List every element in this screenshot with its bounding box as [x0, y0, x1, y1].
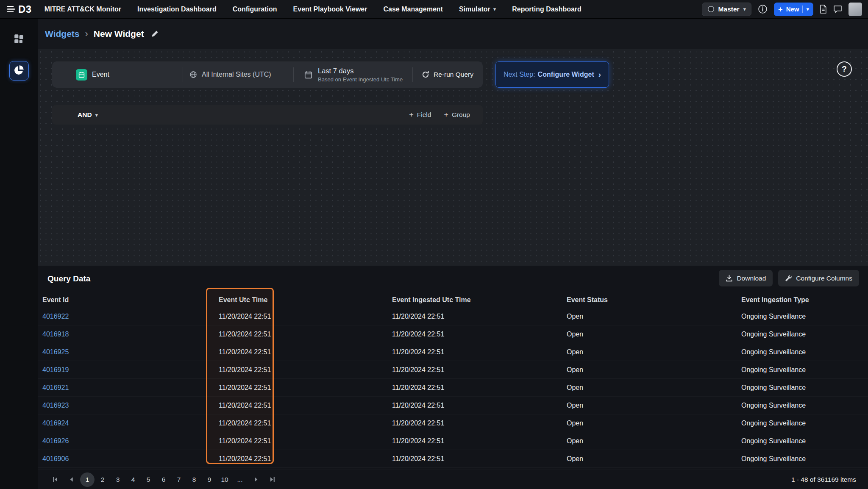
sidebar-item-widgets[interactable] [9, 61, 29, 81]
event-ingested-utc-time-cell: 11/20/2024 22:51 [392, 402, 567, 409]
event-status-cell: Open [567, 366, 741, 374]
main-content: Widgets › New Widget Event All Internal … [38, 19, 868, 489]
page-button-6[interactable]: 6 [156, 472, 171, 487]
page-button-5[interactable]: 5 [141, 472, 156, 487]
column-header-event-ingested-utc-time: Event Ingested Utc Time [392, 296, 567, 304]
event-ingestion-type-cell: Ongoing Surveillance [741, 455, 868, 463]
filter-operator-dropdown[interactable]: AND ▾ [78, 111, 98, 119]
event-id-link[interactable]: 4016924 [42, 420, 69, 427]
event-id-link[interactable]: 4016906 [42, 455, 69, 462]
configure-columns-button[interactable]: Configure Columns [778, 270, 859, 286]
help-button[interactable]: ? [837, 61, 852, 77]
first-page-button[interactable] [48, 472, 62, 487]
page-button-4[interactable]: 4 [126, 472, 140, 487]
page-button-9[interactable]: 9 [202, 472, 217, 487]
event-id-cell: 4016921 [42, 384, 219, 392]
table-header: Event Id Event Utc Time Event Ingested U… [38, 292, 868, 308]
event-utc-time-cell: 11/20/2024 22:51 [219, 331, 392, 338]
event-id-link[interactable]: 4016925 [42, 348, 69, 356]
rerun-query-button[interactable]: Re-run Query [412, 61, 483, 88]
event-id-link[interactable]: 4016919 [42, 366, 69, 373]
info-icon[interactable] [758, 4, 768, 14]
document-icon[interactable] [820, 5, 827, 14]
new-label: New [786, 6, 799, 13]
topnav-right: Master ▾ + New ▾ [702, 3, 862, 16]
event-status-cell: Open [567, 437, 741, 445]
previous-page-button[interactable] [64, 472, 78, 487]
query-datasource[interactable]: Event [52, 61, 183, 88]
page-button-8[interactable]: 8 [187, 472, 201, 487]
event-id-cell: 4016924 [42, 420, 219, 427]
chevron-right-icon: › [598, 70, 601, 79]
dashboard-grid-icon [14, 34, 24, 45]
event-ingestion-type-cell: Ongoing Surveillance [741, 348, 868, 356]
page-button-7[interactable]: 7 [172, 472, 186, 487]
event-ingested-utc-time-cell: 11/20/2024 22:51 [392, 313, 567, 320]
download-button[interactable]: Download [719, 270, 773, 286]
add-group-button[interactable]: + Group [444, 111, 470, 119]
event-id-link[interactable]: 4016918 [42, 331, 69, 338]
event-id-cell: 4016925 [42, 348, 219, 356]
master-dropdown[interactable]: Master ▾ [702, 3, 752, 16]
query-sites[interactable]: All Internal Sites (UTC) [183, 61, 293, 88]
topnav-item[interactable]: MITRE ATT&CK Monitor [45, 6, 121, 13]
pagination: 12345678910... 1 - 48 of 361169 items [38, 470, 868, 489]
topnav-item-label: Event Playbook Viewer [293, 6, 367, 13]
section-title: Query Data [47, 274, 90, 283]
last-page-button[interactable] [265, 472, 279, 487]
query-date-range[interactable]: Last 7 days Based on Event Ingested Utc … [293, 61, 412, 88]
event-id-link[interactable]: 4016926 [42, 437, 69, 445]
page-button-1[interactable]: 1 [80, 472, 95, 487]
query-data-section: Query Data Download Configure Columns Ev… [38, 266, 868, 489]
event-id-cell: 4016919 [42, 366, 219, 374]
operator-label: AND [78, 111, 92, 119]
event-id-link[interactable]: 4016921 [42, 384, 69, 391]
event-id-link[interactable]: 4016922 [42, 313, 69, 320]
topnav-item[interactable]: Event Playbook Viewer [293, 6, 367, 13]
topnav-item[interactable]: Simulator▾ [459, 6, 496, 13]
refresh-icon [422, 71, 429, 78]
page-button-10[interactable]: 10 [217, 472, 232, 487]
event-status-cell: Open [567, 348, 741, 356]
breadcrumb-widgets-link[interactable]: Widgets [45, 29, 79, 39]
add-group-label: Group [452, 111, 470, 119]
event-ingested-utc-time-cell: 11/20/2024 22:51 [392, 331, 567, 338]
event-id-cell: 4016918 [42, 331, 219, 338]
chevron-down-icon[interactable]: ▾ [806, 6, 809, 12]
page-button-2[interactable]: 2 [95, 472, 110, 487]
event-ingested-utc-time-cell: 11/20/2024 22:51 [392, 348, 567, 356]
event-status-cell: Open [567, 313, 741, 320]
event-ingestion-type-cell: Ongoing Surveillance [741, 437, 868, 445]
next-step-configure-widget-button[interactable]: Next Step: Configure Widget › [495, 61, 609, 88]
topnav-item[interactable]: Investigation Dashboard [137, 6, 217, 13]
page-ellipsis[interactable]: ... [233, 472, 247, 487]
topnav-item[interactable]: Reporting Dashboard [512, 6, 581, 13]
topnav-item-label: Configuration [233, 6, 277, 13]
add-field-button[interactable]: + Field [409, 111, 431, 119]
event-utc-time-cell: 11/20/2024 22:51 [219, 455, 392, 463]
topnav-item[interactable]: Case Management [383, 6, 443, 13]
event-utc-time-cell: 11/20/2024 22:51 [219, 313, 392, 320]
next-page-button[interactable] [249, 472, 263, 487]
event-id-link[interactable]: 4016923 [42, 402, 69, 409]
brand-logo[interactable]: D3 [7, 3, 32, 15]
event-utc-time-cell: 11/20/2024 22:51 [219, 384, 392, 392]
column-header-event-utc-time: Event Utc Time [219, 296, 392, 304]
globe-icon [189, 71, 197, 78]
rerun-label: Re-run Query [434, 71, 473, 78]
table-row: 4016925 11/20/2024 22:51 11/20/2024 22:5… [38, 343, 868, 361]
master-label: Master [718, 6, 740, 13]
page-button-3[interactable]: 3 [111, 472, 125, 487]
new-button[interactable]: + New ▾ [774, 3, 813, 16]
chat-icon[interactable] [833, 5, 842, 13]
edit-icon[interactable] [151, 30, 159, 38]
page-title: New Widget [94, 29, 144, 39]
table-row: 4016926 11/20/2024 22:51 11/20/2024 22:5… [38, 432, 868, 450]
table-row: 4016924 11/20/2024 22:51 11/20/2024 22:5… [38, 414, 868, 432]
menu-bars-icon [7, 6, 15, 13]
sidebar-item-dashboards[interactable] [9, 30, 29, 49]
topnav-item[interactable]: Configuration [233, 6, 277, 13]
event-status-cell: Open [567, 402, 741, 409]
avatar[interactable] [849, 3, 862, 16]
chevron-down-icon: ▾ [493, 6, 496, 12]
